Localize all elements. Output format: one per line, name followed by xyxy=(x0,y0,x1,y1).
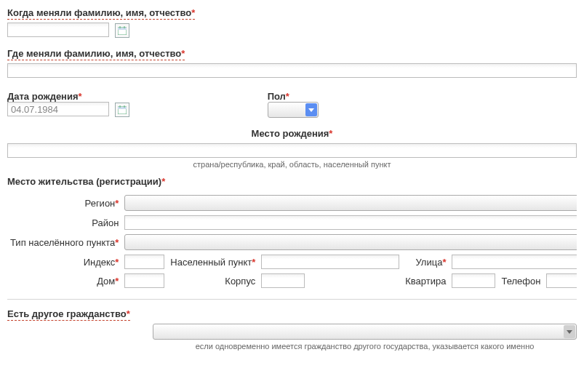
other-citizenship-select[interactable] xyxy=(153,324,577,340)
birthplace-label: Место рождения* xyxy=(7,128,577,139)
gender-select[interactable] xyxy=(268,102,319,118)
svg-rect-5 xyxy=(118,107,127,109)
street-input[interactable] xyxy=(452,255,577,269)
house-input[interactable] xyxy=(124,273,164,288)
birthplace-input[interactable] xyxy=(7,143,577,158)
name-change-where-label: Где меняли фамилию, имя, отчество* xyxy=(7,48,185,60)
building-label: Корпус xyxy=(225,276,255,287)
building-input[interactable] xyxy=(261,273,305,288)
settlement-type-label: Тип населённого пункта xyxy=(10,237,115,248)
district-label: Район xyxy=(92,217,119,228)
residence-header: Место жительства (регистрации)* xyxy=(7,176,577,187)
settlement-input[interactable] xyxy=(261,255,399,269)
region-label: Регион xyxy=(85,198,116,209)
calendar-icon[interactable] xyxy=(115,103,129,117)
name-change-when-input[interactable] xyxy=(7,23,109,37)
dob-input[interactable] xyxy=(7,102,109,116)
index-label: Индекс xyxy=(84,257,116,268)
phone-label: Телефон xyxy=(501,276,540,287)
region-select[interactable] xyxy=(124,195,577,211)
flat-label: Квартира xyxy=(405,276,446,287)
gender-label: Пол* xyxy=(268,91,289,102)
other-citizenship-label: Есть другое гражданство* xyxy=(7,308,130,321)
settlement-label: Населенный пункт xyxy=(170,257,252,268)
settlement-type-select[interactable] xyxy=(124,234,577,250)
house-label: Дом xyxy=(97,276,115,287)
other-citizenship-hint: если одновременно имеется гражданство др… xyxy=(153,342,577,351)
name-change-where-input[interactable] xyxy=(7,63,577,78)
street-label: Улица xyxy=(415,257,442,268)
birthplace-hint: страна/республика, край, область, населе… xyxy=(7,160,577,169)
phone-input[interactable] xyxy=(546,273,577,288)
district-input[interactable] xyxy=(124,215,577,230)
calendar-icon[interactable] xyxy=(115,23,129,38)
flat-input[interactable] xyxy=(452,273,495,288)
dob-label: Дата рождения* xyxy=(7,91,82,102)
name-change-when-label: Когда меняли фамилию, имя, отчество* xyxy=(7,7,195,20)
svg-rect-1 xyxy=(118,28,127,30)
index-input[interactable] xyxy=(124,255,164,269)
